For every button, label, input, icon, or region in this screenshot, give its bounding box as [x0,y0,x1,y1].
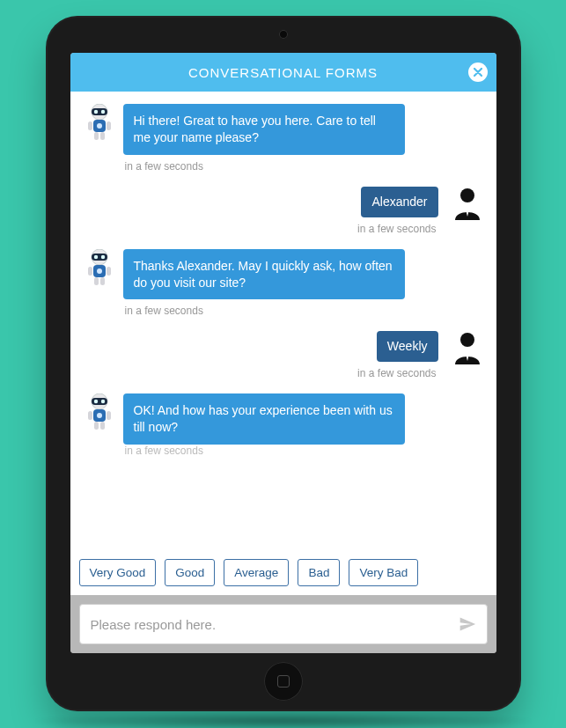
message-row: Hi there! Great to have you here. Care t… [79,104,488,185]
message-timestamp: in a few seconds [357,367,436,379]
bot-avatar [79,393,120,432]
svg-rect-8 [94,132,99,140]
message-row: Alexander in a few seconds [79,187,488,247]
svg-rect-9 [100,132,105,140]
scroll-fade [70,536,496,552]
input-wrap [79,604,488,644]
chat-header: CONVERSATIONAL FORMS [70,53,496,92]
svg-rect-7 [107,121,111,130]
svg-rect-1 [92,108,107,115]
robot-icon [83,104,116,143]
svg-point-27 [100,400,104,403]
svg-rect-25 [92,398,107,405]
bot-message-bubble: OK! And how has your experience been wit… [123,393,405,445]
person-icon [452,331,483,364]
message-row: Weekly in a few seconds [79,331,488,392]
svg-rect-21 [100,277,105,285]
svg-point-22 [460,333,474,347]
home-button[interactable] [264,662,303,701]
svg-point-15 [100,254,104,258]
close-icon [474,68,482,77]
svg-rect-19 [107,267,111,276]
svg-rect-31 [107,411,111,420]
svg-point-17 [97,268,102,274]
svg-rect-30 [88,411,92,420]
svg-point-5 [97,123,102,129]
bot-message-bubble: Hi there! Great to have you here. Care t… [123,104,405,155]
quick-reply-options: Very Good Good Average Bad Very Bad [70,552,496,595]
option-very-bad[interactable]: Very Bad [349,559,418,586]
user-avatar [447,187,488,220]
response-input[interactable] [91,617,459,632]
message-row: OK! And how has your experience been wit… [79,393,488,457]
message-timestamp: in a few seconds [125,160,203,173]
svg-rect-23 [464,349,470,351]
svg-point-26 [93,400,97,403]
chat-title: CONVERSATIONAL FORMS [188,65,378,80]
message-timestamp: in a few seconds [125,305,203,317]
option-good[interactable]: Good [165,559,215,586]
option-bad[interactable]: Bad [298,559,340,586]
send-icon[interactable] [459,615,476,633]
svg-point-14 [93,254,97,258]
bot-message-bubble: Thanks Alexander. May I quickly ask, how… [123,249,405,300]
person-icon [452,187,483,220]
screen: CONVERSATIONAL FORMS [70,53,496,653]
svg-rect-18 [88,267,92,276]
svg-rect-13 [92,254,107,261]
option-average[interactable]: Average [224,559,289,586]
message-row: Thanks Alexander. May I quickly ask, how… [79,249,488,330]
svg-point-3 [100,110,104,114]
svg-rect-32 [94,422,99,430]
input-bar [70,595,496,653]
bot-avatar [79,104,120,143]
svg-point-29 [97,413,102,418]
message-timestamp: in a few seconds [357,223,436,235]
user-avatar [447,331,488,364]
robot-icon [83,393,116,432]
tablet-device: CONVERSATIONAL FORMS [46,16,521,711]
device-camera [279,30,288,39]
robot-icon [83,249,116,288]
bot-avatar [79,249,120,288]
home-icon [277,675,290,688]
svg-rect-20 [94,277,99,285]
close-button[interactable] [468,63,488,82]
svg-rect-6 [88,121,92,130]
svg-rect-33 [100,422,105,430]
svg-point-2 [93,110,97,114]
conversation-pane: Hi there! Great to have you here. Care t… [70,92,496,552]
svg-rect-11 [464,204,470,207]
option-very-good[interactable]: Very Good [79,559,157,586]
user-message-bubble: Alexander [361,187,437,217]
message-timestamp: in a few seconds [125,445,203,457]
user-message-bubble: Weekly [377,331,438,362]
svg-point-10 [460,188,474,202]
